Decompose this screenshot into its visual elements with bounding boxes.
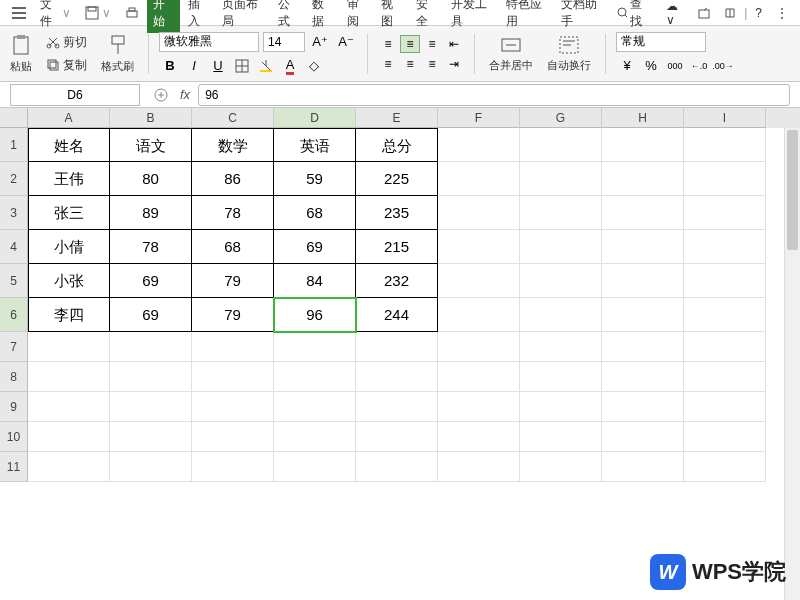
cell[interactable] <box>438 422 520 452</box>
cell[interactable]: 总分 <box>356 128 438 162</box>
cell[interactable] <box>274 392 356 422</box>
cell[interactable] <box>684 230 766 264</box>
cell[interactable] <box>684 298 766 332</box>
row-header[interactable]: 9 <box>0 392 28 422</box>
number-format-select[interactable] <box>616 32 706 52</box>
cell[interactable] <box>520 452 602 482</box>
align-top-center[interactable]: ≡ <box>400 35 420 53</box>
cell[interactable] <box>274 422 356 452</box>
cell[interactable]: 215 <box>356 230 438 264</box>
cell[interactable] <box>684 422 766 452</box>
cell[interactable]: 69 <box>274 230 356 264</box>
cell[interactable] <box>684 362 766 392</box>
cell[interactable] <box>28 392 110 422</box>
function-icon[interactable] <box>150 88 172 102</box>
decrease-font-icon[interactable]: A⁻ <box>335 32 357 52</box>
cell[interactable] <box>602 452 684 482</box>
currency-button[interactable]: ¥ <box>616 56 638 76</box>
cell[interactable] <box>520 162 602 196</box>
cell[interactable]: 数学 <box>192 128 274 162</box>
share-icon[interactable] <box>692 5 716 21</box>
border-button[interactable] <box>231 56 253 76</box>
cell[interactable] <box>438 128 520 162</box>
cloud-icon[interactable]: ☁∨ <box>660 0 690 29</box>
cell[interactable] <box>110 362 192 392</box>
align-top-right[interactable]: ≡ <box>422 35 442 53</box>
cell[interactable] <box>520 362 602 392</box>
col-header[interactable]: H <box>602 108 684 128</box>
cell[interactable] <box>274 452 356 482</box>
cell[interactable] <box>602 332 684 362</box>
cell[interactable] <box>520 230 602 264</box>
row-header[interactable]: 11 <box>0 452 28 482</box>
cell[interactable]: 小张 <box>28 264 110 298</box>
cell[interactable] <box>438 298 520 332</box>
hamburger-icon[interactable] <box>6 5 32 21</box>
cell[interactable]: 78 <box>192 196 274 230</box>
cell[interactable] <box>110 332 192 362</box>
row-header[interactable]: 6 <box>0 298 28 332</box>
row-header[interactable]: 2 <box>0 162 28 196</box>
cell[interactable]: 244 <box>356 298 438 332</box>
cell[interactable] <box>602 128 684 162</box>
cell[interactable] <box>602 196 684 230</box>
cell[interactable] <box>438 452 520 482</box>
cell[interactable] <box>438 392 520 422</box>
cell[interactable] <box>438 230 520 264</box>
cell[interactable] <box>520 196 602 230</box>
italic-button[interactable]: I <box>183 56 205 76</box>
row-header[interactable]: 3 <box>0 196 28 230</box>
cell[interactable]: 235 <box>356 196 438 230</box>
cell[interactable]: 84 <box>274 264 356 298</box>
cell[interactable] <box>28 362 110 392</box>
font-size-input[interactable] <box>263 32 305 52</box>
col-header[interactable]: A <box>28 108 110 128</box>
cell[interactable] <box>28 422 110 452</box>
col-header[interactable]: B <box>110 108 192 128</box>
font-color-button[interactable]: A <box>279 56 301 76</box>
cell[interactable] <box>520 298 602 332</box>
cell[interactable] <box>28 452 110 482</box>
font-name-input[interactable] <box>159 32 259 52</box>
cell[interactable] <box>602 264 684 298</box>
cell[interactable] <box>438 264 520 298</box>
format-painter[interactable]: 格式刷 <box>97 32 138 76</box>
cell[interactable] <box>520 128 602 162</box>
row-header[interactable]: 8 <box>0 362 28 392</box>
cell[interactable]: 姓名 <box>28 128 110 162</box>
col-header[interactable]: G <box>520 108 602 128</box>
cell[interactable] <box>192 332 274 362</box>
cell[interactable] <box>438 332 520 362</box>
cell[interactable]: 王伟 <box>28 162 110 196</box>
cell[interactable] <box>684 392 766 422</box>
row-header[interactable]: 1 <box>0 128 28 162</box>
row-header[interactable]: 5 <box>0 264 28 298</box>
cell[interactable] <box>520 264 602 298</box>
align-left[interactable]: ≡ <box>378 55 398 73</box>
scrollbar-thumb[interactable] <box>787 130 798 250</box>
cell[interactable] <box>602 362 684 392</box>
cell[interactable] <box>684 264 766 298</box>
more-icon[interactable]: ⋮ <box>770 4 794 22</box>
cell[interactable] <box>684 128 766 162</box>
cell[interactable] <box>110 422 192 452</box>
cell[interactable]: 79 <box>192 264 274 298</box>
indent-decrease[interactable]: ⇤ <box>444 35 464 53</box>
cell[interactable]: 小倩 <box>28 230 110 264</box>
col-header[interactable]: F <box>438 108 520 128</box>
cell[interactable]: 86 <box>192 162 274 196</box>
cell[interactable]: 68 <box>192 230 274 264</box>
cell[interactable] <box>274 362 356 392</box>
cell-selected[interactable]: 96 <box>274 298 356 332</box>
help-icon[interactable]: ? <box>749 4 768 22</box>
cell[interactable] <box>438 196 520 230</box>
cell[interactable] <box>356 452 438 482</box>
export-icon[interactable] <box>718 5 742 21</box>
col-header[interactable]: D <box>274 108 356 128</box>
select-all-corner[interactable] <box>0 108 28 128</box>
decimal-increase[interactable]: ←.0 <box>688 56 710 76</box>
cell[interactable] <box>684 332 766 362</box>
cell[interactable]: 李四 <box>28 298 110 332</box>
align-top-left[interactable]: ≡ <box>378 35 398 53</box>
cell[interactable] <box>684 452 766 482</box>
